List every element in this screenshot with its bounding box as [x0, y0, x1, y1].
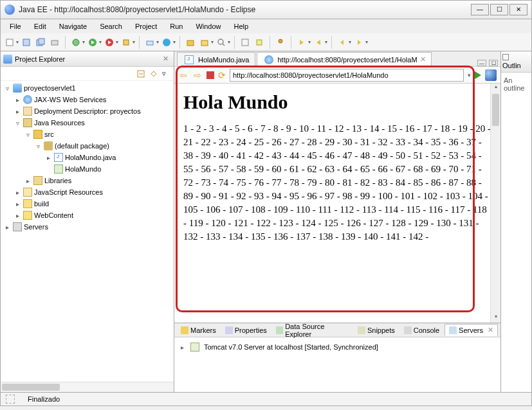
src-folder-icon — [33, 130, 42, 139]
tree-java-file[interactable]: ▸HolaMundo.java — [1, 152, 174, 163]
menu-edit[interactable]: Edit — [29, 21, 51, 31]
scroll-up-icon[interactable]: ▴ — [491, 84, 500, 93]
status-icon[interactable] — [6, 395, 15, 404]
run-last-button[interactable] — [103, 36, 116, 49]
prev-annotation-button[interactable] — [312, 36, 325, 49]
minimize-view-icon[interactable]: — — [477, 60, 486, 66]
menu-file[interactable]: File — [5, 21, 26, 31]
project-explorer-close-icon[interactable]: ✕ — [160, 55, 171, 63]
back-history-button[interactable] — [336, 36, 349, 49]
annotations-button[interactable] — [253, 36, 266, 49]
pin-button[interactable] — [274, 36, 287, 49]
new-server-button[interactable] — [143, 36, 156, 49]
link-editor-icon[interactable] — [149, 69, 158, 78]
maximize-button[interactable]: ☐ — [490, 4, 508, 15]
outline-tab[interactable]: Outlin — [501, 51, 531, 73]
menu-help[interactable]: Help — [229, 21, 254, 31]
scroll-down-icon[interactable]: ▾ — [491, 314, 500, 323]
bottom-panel: Markers Properties Data Source Explorer … — [174, 323, 500, 392]
tree-dd[interactable]: ▸Deployment Descriptor: proyectos — [1, 105, 174, 117]
tree-jaxws[interactable]: ▸JAX-WS Web Services — [1, 94, 174, 105]
tree-servlet[interactable]: HolaMundo — [1, 163, 174, 175]
outline-body: An outline — [501, 73, 531, 96]
tab-snippets[interactable]: Snippets — [354, 325, 399, 335]
external-tools-button[interactable] — [120, 36, 133, 49]
menubar: File Edit Navigate Search Project Run Wi… — [0, 19, 532, 33]
server-row[interactable]: ▸ Tomcat v7.0 Server at localhost [Start… — [178, 341, 497, 353]
close-tab-icon[interactable]: ✕ — [488, 326, 493, 334]
scroll-thumb[interactable] — [492, 94, 499, 126]
tree-javares[interactable]: ▿Java Resources — [1, 117, 174, 129]
run-button[interactable] — [86, 36, 99, 49]
tab-label: HolaMundo.java — [198, 56, 250, 64]
project-explorer-view: Project Explorer ✕ ▿ ▿proyectoservlet1 ▸… — [1, 51, 174, 392]
browser-go-icon[interactable] — [475, 71, 481, 79]
new-package-button[interactable] — [184, 36, 197, 49]
menu-project[interactable]: Project — [130, 21, 162, 31]
tree-servers[interactable]: ▸Servers — [1, 221, 174, 233]
vertical-scrollbar[interactable]: ▴ ▾ — [490, 84, 500, 323]
servers-icon — [13, 222, 22, 231]
tab-label: Console — [414, 326, 439, 334]
tree-libraries[interactable]: ▸Libraries — [1, 175, 174, 186]
print-button[interactable] — [48, 36, 61, 49]
svg-rect-10 — [124, 40, 129, 45]
svg-point-19 — [279, 39, 282, 43]
menu-search[interactable]: Search — [95, 21, 127, 31]
search-button[interactable] — [215, 36, 228, 49]
save-all-button[interactable] — [34, 36, 47, 49]
save-button[interactable] — [20, 36, 33, 49]
project-tree[interactable]: ▿proyectoservlet1 ▸JAX-WS Web Services ▸… — [1, 81, 174, 382]
tree-webcontent[interactable]: ▸WebContent — [1, 209, 174, 221]
browser-toolbar: ⇦ ⇨ ⟳ ▾ — [174, 67, 500, 84]
view-menu-icon[interactable]: ▿ — [162, 69, 171, 78]
tree-js-resources[interactable]: ▸JavaScript Resources — [1, 186, 174, 198]
skype-icon[interactable] — [160, 36, 173, 49]
toggle-breadcrumb-button[interactable] — [239, 36, 252, 49]
tree-project[interactable]: ▿proyectoservlet1 — [1, 82, 174, 94]
servlet-icon — [54, 165, 63, 174]
tab-markers[interactable]: Markers — [177, 325, 220, 335]
browser-forward-icon[interactable]: ⇨ — [192, 70, 203, 80]
browser-refresh-icon[interactable]: ⟳ — [218, 70, 226, 80]
tree-label: WebContent — [34, 211, 73, 219]
browser-url-input[interactable] — [230, 69, 464, 82]
tab-servers[interactable]: Servers✕ — [445, 324, 498, 336]
tab-properties[interactable]: Properties — [221, 325, 271, 335]
close-button[interactable]: ✕ — [509, 4, 527, 15]
java-resources-icon — [23, 118, 32, 127]
tree-src[interactable]: ▿src — [1, 129, 174, 140]
svg-rect-18 — [257, 40, 262, 45]
tab-console[interactable]: Console — [400, 325, 443, 335]
browser-back-icon[interactable]: ⇦ — [178, 70, 188, 80]
collapse-all-icon[interactable] — [136, 69, 145, 78]
tree-label: Deployment Descriptor: proyectos — [34, 107, 141, 115]
svg-marker-23 — [358, 40, 361, 45]
forward-history-button[interactable] — [353, 36, 365, 49]
minimize-button[interactable]: — — [471, 4, 489, 15]
close-tab-icon[interactable]: ✕ — [420, 55, 426, 64]
tree-label: Java Resources — [34, 119, 85, 127]
menu-navigate[interactable]: Navigate — [54, 21, 92, 31]
debug-button[interactable] — [69, 36, 82, 49]
open-type-button[interactable] — [198, 36, 211, 49]
main-toolbar: ▾ ▾ ▾ ▾ ▾ ▾ ▾ ▾ ▾ ▾ ▾ ▾ ▾ — [0, 33, 532, 51]
next-annotation-button[interactable] — [295, 36, 308, 49]
globe-icon — [264, 55, 273, 64]
horizontal-scrollbar[interactable] — [1, 382, 174, 392]
tab-data-source-explorer[interactable]: Data Source Explorer — [272, 321, 353, 339]
maximize-view-icon[interactable]: ☐ — [489, 60, 498, 66]
svg-rect-13 — [187, 40, 194, 46]
new-button[interactable] — [3, 36, 16, 49]
editor-tab-browser[interactable]: http://localhost:8080/proyectoservlet1/H… — [257, 52, 432, 66]
status-text: Finalizado — [28, 395, 60, 403]
browser-stop-icon[interactable] — [206, 71, 214, 79]
menu-window[interactable]: Window — [190, 21, 226, 31]
page-body-text: 1 - 2 - 3 - 4 - 5 - 6 - 7 - 8 - 9 - 10 -… — [183, 122, 491, 244]
tree-default-package[interactable]: ▿(default package) — [1, 140, 174, 152]
menu-run[interactable]: Run — [165, 21, 188, 31]
tree-build[interactable]: ▸build — [1, 198, 174, 209]
internet-icon[interactable] — [485, 69, 497, 81]
editor-tab-java[interactable]: HolaMundo.java — [177, 52, 255, 66]
window-title: Java EE - http://localhost:8080/proyecto… — [19, 5, 471, 14]
